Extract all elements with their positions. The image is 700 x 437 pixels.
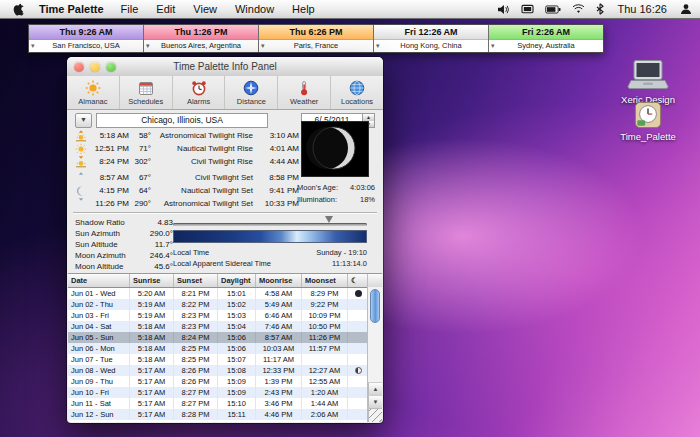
battery-icon[interactable] — [545, 5, 561, 14]
location-popup-button[interactable]: ▼ — [75, 113, 92, 128]
chevron-down-icon[interactable]: ▾ — [376, 40, 380, 52]
active-app-menu[interactable]: Time Palette — [31, 3, 112, 15]
bluetooth-icon[interactable] — [596, 3, 604, 15]
table-row[interactable]: Jun 03 - Fri5:19 AM8:23 PM15:036:46 AM10… — [68, 310, 382, 321]
table-row[interactable]: Jun 05 - Sun5:18 AM8:24 PM15:068:57 AM11… — [68, 332, 382, 343]
event-time: 8:57 AM — [89, 173, 129, 182]
table-row[interactable]: Jun 10 - Fri5:17 AM8:27 PM15:092:43 PM1:… — [68, 387, 382, 398]
toolbar-button-almanac[interactable]: Almanac — [67, 76, 120, 109]
apple-menu[interactable] — [12, 2, 25, 16]
daylight-cell: 15:10 — [218, 398, 256, 409]
location-field[interactable]: Chicago, Illinois, USA — [96, 113, 268, 128]
chevron-down-icon[interactable]: ▾ — [31, 40, 35, 52]
desktop-icon-xeric-design[interactable]: Xeric Design — [615, 59, 681, 105]
clock-location: ▾Buenos Aires, Argentina — [144, 40, 258, 52]
toolbar-label: Locations — [341, 97, 373, 106]
moonrise-cell: 8:57 AM — [256, 332, 302, 343]
column-header-date[interactable]: Date — [68, 274, 130, 287]
moonrise-cell: 10:03 AM — [256, 343, 302, 354]
slider-thumb-icon[interactable] — [325, 216, 333, 223]
event-azimuth: 64° — [129, 186, 151, 195]
column-header-phase[interactable]: ☾ — [348, 274, 368, 287]
moon-phase-cell — [348, 288, 368, 299]
title-bar[interactable]: Time Palette Info Panel — [67, 57, 383, 77]
table-row[interactable]: Jun 06 - Mon5:18 AM8:25 PM15:0610:03 AM1… — [68, 343, 382, 354]
scroll-down-button[interactable]: ▼ — [368, 395, 382, 409]
table-row[interactable]: Jun 04 - Sat5:18 AM8:23 PM15:047:46 AM10… — [68, 321, 382, 332]
sunset-cell: 8:24 PM — [174, 332, 218, 343]
menu-view[interactable]: View — [184, 3, 226, 15]
desktop-icon-time-palette[interactable]: Time_Palette — [615, 101, 681, 142]
menu-bar-clock[interactable]: Thu 16:26 — [615, 3, 669, 15]
menu-help[interactable]: Help — [283, 3, 324, 15]
sunset-cell: 8:27 PM — [174, 398, 218, 409]
column-header-moonset[interactable]: Moonset — [302, 274, 348, 287]
moonrise-cell: 2:43 PM — [256, 387, 302, 398]
table-row[interactable]: Jun 01 - Wed5:20 AM8:21 PM15:014:58 AM8:… — [68, 288, 382, 299]
world-clock-cell[interactable]: Fri 2:26 AM▾Sydney, Australia — [489, 25, 603, 52]
user-icon[interactable] — [680, 3, 692, 15]
table-row[interactable]: Jun 02 - Thu5:19 AM8:22 PM15:025:49 AM9:… — [68, 299, 382, 310]
moonset-cell: 10:50 PM — [302, 321, 348, 332]
menu-items: FileEditViewWindowHelp — [112, 3, 324, 15]
daylight-cell: 15:03 — [218, 310, 256, 321]
toolbar-button-weather[interactable]: Weather — [278, 76, 331, 109]
volume-icon[interactable] — [497, 4, 510, 15]
sunrise-cell: 5:17 AM — [130, 387, 174, 398]
moon-phase-cell — [348, 398, 368, 409]
stat-row: Sun Altitude11.7° — [75, 239, 173, 250]
chevron-down-icon[interactable]: ▾ — [261, 40, 265, 52]
world-clock-cell[interactable]: Thu 1:26 PM▾Buenos Aires, Argentina — [144, 25, 259, 52]
clock-time: Fri 2:26 AM — [489, 25, 603, 40]
weather-icon — [296, 80, 312, 96]
menu-window[interactable]: Window — [226, 3, 283, 15]
table-row[interactable]: Jun 09 - Thu5:17 AM8:26 PM15:091:39 PM12… — [68, 376, 382, 387]
toolbar-button-distance[interactable]: Distance — [225, 76, 278, 109]
sidereal-time-row: Local Apparent Sidereal Time 11:13:14.0 — [173, 259, 367, 268]
column-header-sunset[interactable]: Sunset — [174, 274, 218, 287]
event-time: 12:51 PM — [89, 144, 129, 153]
table-row[interactable]: Jun 11 - Sat5:17 AM8:27 PM15:103:46 PM1:… — [68, 398, 382, 409]
table-row[interactable]: Jun 07 - Tue5:18 AM8:25 PM15:0711:17 AM — [68, 354, 382, 365]
scrollbar-thumb[interactable] — [370, 289, 380, 323]
moonrise-cell: 12:33 PM — [256, 365, 302, 376]
moon-phase-cell — [348, 343, 368, 354]
moon-age-row: Moon's Age: 4:03:06 — [297, 183, 375, 192]
toolbar-label: Alarms — [187, 97, 210, 106]
menu-edit[interactable]: Edit — [147, 3, 184, 15]
moonrise-icon — [75, 172, 89, 184]
world-clock-cell[interactable]: Fri 12:26 AM▾Hong Kong, China — [374, 25, 489, 52]
menu-bar-status: Thu 16:26 — [497, 3, 692, 15]
world-clock-cell[interactable]: Thu 9:26 AM▾San Francisco, USA — [29, 25, 144, 52]
toolbar-button-alarms[interactable]: Alarms — [173, 76, 226, 109]
local-time-row: Local Time Sunday - 19:10 — [173, 248, 367, 257]
stats-list: Shadow Ratio4.83Sun Azimuth290.0°Sun Alt… — [75, 217, 173, 272]
wifi-icon[interactable] — [572, 4, 585, 14]
daylight-gradient-bar — [173, 230, 367, 243]
toolbar-button-schedules[interactable]: Schedules — [120, 76, 173, 109]
daylight-cell: 15:07 — [218, 354, 256, 365]
column-header-sunrise[interactable]: Sunrise — [130, 274, 174, 287]
column-header-moonrise[interactable]: Moonrise — [256, 274, 302, 287]
toolbar-button-locations[interactable]: Locations — [331, 76, 383, 109]
table-row[interactable]: Jun 12 - Sun5:17 AM8:28 PM15:114:46 PM2:… — [68, 409, 382, 420]
new-moon-icon — [355, 290, 362, 297]
sunset-cell: 8:23 PM — [174, 310, 218, 321]
display-icon[interactable] — [521, 4, 534, 15]
column-header-daylight[interactable]: Daylight — [218, 274, 256, 287]
moonrise-cell: 7:46 AM — [256, 321, 302, 332]
daylight-cell: 15:09 — [218, 387, 256, 398]
chevron-down-icon[interactable]: ▾ — [146, 40, 150, 52]
twilight-time: 4:44 AM — [253, 157, 299, 166]
scroll-up-button[interactable]: ▲ — [368, 382, 382, 396]
stat-value: 4.83 — [137, 218, 173, 227]
chevron-down-icon[interactable]: ▾ — [491, 40, 495, 52]
twilight-label: Civil Twilight Rise — [151, 157, 253, 166]
info-panel-window: Time Palette Info Panel AlmanacSchedules… — [67, 57, 383, 423]
menu-file[interactable]: File — [112, 3, 148, 15]
resize-grip[interactable] — [368, 408, 382, 422]
toolbar-label: Distance — [237, 97, 266, 106]
table-row[interactable]: Jun 08 - Wed5:17 AM8:26 PM15:0812:33 PM1… — [68, 365, 382, 376]
shadow-ratio-slider[interactable] — [173, 223, 367, 226]
world-clock-cell[interactable]: Thu 6:26 PM▾Paris, France — [259, 25, 374, 52]
